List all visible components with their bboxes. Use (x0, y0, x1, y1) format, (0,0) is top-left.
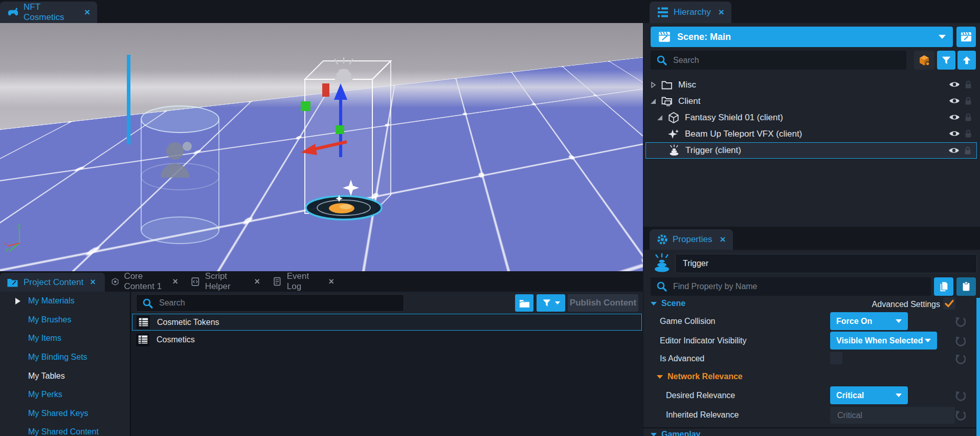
reset-icon[interactable] (954, 390, 966, 401)
list-item-cosmetic-tokens[interactable]: Cosmetic Tokens (132, 314, 642, 331)
import-content-button[interactable] (957, 51, 976, 70)
section-gameplay[interactable]: Gameplay (651, 430, 700, 436)
check-icon (943, 297, 955, 310)
lock-icon[interactable] (962, 145, 973, 157)
scene-selector-dropdown[interactable]: Scene: Main (651, 27, 953, 47)
lock-icon[interactable] (963, 96, 974, 107)
reset-icon[interactable] (954, 409, 966, 421)
client-context-icon (661, 95, 673, 107)
section-label: Scene (661, 299, 685, 308)
content-search (136, 294, 404, 312)
orange-cube-icon (918, 54, 930, 67)
visibility-eye-icon[interactable] (948, 96, 961, 106)
3d-viewport[interactable]: Z Y x (0, 23, 643, 271)
close-icon[interactable]: × (172, 276, 178, 287)
close-icon[interactable]: × (90, 277, 96, 288)
close-icon[interactable]: × (720, 234, 725, 245)
lock-icon[interactable] (963, 79, 974, 91)
tab-label: Core Content 1 (124, 271, 166, 292)
reset-icon[interactable] (954, 353, 966, 364)
visibility-eye-icon[interactable] (948, 112, 961, 122)
tab-label: Script Helper (205, 271, 248, 292)
tree-item-trigger[interactable]: Trigger (client) (645, 142, 977, 159)
sidebar-item-my-brushes[interactable]: My Brushes (0, 311, 130, 330)
sidebar-item-label: My Binding Sets (28, 353, 87, 362)
lock-icon[interactable] (963, 112, 974, 123)
tree-item-beam-up-vfx[interactable]: Beam Up Teleport VFX (client) (645, 126, 977, 142)
property-search-input[interactable] (651, 277, 931, 296)
sidebar-item-my-perks[interactable]: My Perks (0, 385, 130, 404)
sidebar-item-my-tables[interactable]: My Tables (0, 366, 130, 385)
tab-hierarchy[interactable]: Hierarchy × (650, 2, 731, 23)
section-scene[interactable]: Scene (651, 299, 685, 308)
sidebar-item-my-items[interactable]: My Items (0, 329, 130, 348)
tab-project-content[interactable]: Project Content × (0, 273, 105, 292)
lock-icon[interactable] (963, 128, 974, 140)
trigger-type-icon (652, 253, 672, 273)
new-folder-button[interactable] (515, 294, 533, 312)
tab-event-log[interactable]: Event Log × (266, 271, 340, 292)
expander-expanded-icon[interactable] (656, 114, 663, 121)
sidebar-item-my-shared-keys[interactable]: My Shared Keys (0, 404, 130, 423)
section-label: Gameplay (661, 430, 700, 436)
copy-properties-button[interactable] (934, 277, 953, 296)
section-collapse-icon[interactable] (657, 375, 663, 379)
expander-expanded-icon[interactable] (650, 98, 657, 105)
tab-core-content[interactable]: Core Content 1 × (105, 271, 184, 292)
core-content-icon (111, 276, 119, 288)
sidebar-scrollbar[interactable] (127, 55, 130, 144)
tab-nft-cosmetics[interactable]: NFT Cosmetics × (0, 2, 97, 23)
property-label: Game Collision (660, 317, 715, 326)
paste-properties-button[interactable] (956, 277, 976, 296)
reset-icon[interactable] (954, 335, 966, 346)
property-label: Desired Relevance (666, 391, 735, 400)
visibility-eye-icon[interactable] (948, 79, 961, 90)
player-icon (161, 142, 192, 178)
right-dock: Hierarchy × Scene: Main (643, 0, 980, 436)
hierarchy-filter-button[interactable] (937, 51, 955, 70)
list-item-cosmetics[interactable]: Cosmetics (132, 331, 642, 348)
tree-item-misc[interactable]: Misc (645, 77, 977, 93)
publish-content-button[interactable]: Publish Content (568, 294, 638, 312)
reset-icon[interactable] (954, 316, 966, 327)
section-collapse-icon[interactable] (651, 302, 657, 306)
advanced-settings-checkbox[interactable] (943, 297, 955, 310)
hierarchy-search-input[interactable] (651, 51, 906, 70)
axis-gizmo: Z Y x (4, 224, 40, 259)
close-icon[interactable]: × (719, 7, 724, 18)
content-filter-button[interactable] (537, 294, 565, 312)
tab-properties[interactable]: Properties × (650, 229, 733, 250)
list-item-label: Cosmetic Tokens (157, 318, 219, 327)
vfx-sparkle-icon (667, 128, 680, 140)
field-value: Critical (837, 411, 862, 420)
sidebar-item-my-shared-content[interactable]: My Shared Content (0, 423, 130, 436)
property-search (651, 277, 931, 296)
close-icon[interactable]: × (254, 276, 260, 287)
content-browser: Publish Content Cosmetic Tokens Cosmetic… (131, 292, 643, 436)
tree-item-fantasy-shield[interactable]: Fantasy Shield 01 (client) (645, 110, 977, 126)
chevron-down-icon (925, 339, 931, 342)
object-name-field[interactable] (675, 254, 977, 273)
content-search-input[interactable] (137, 295, 404, 311)
tab-script-helper[interactable]: Script Helper × (184, 271, 266, 292)
sidebar-item-my-binding-sets[interactable]: My Binding Sets (0, 348, 130, 367)
section-network-relevance[interactable]: Network Relevance (657, 372, 743, 381)
section-collapse-icon[interactable] (651, 433, 657, 436)
desired-relevance-dropdown[interactable]: Critical (830, 386, 908, 404)
close-icon[interactable]: × (328, 276, 334, 287)
visibility-eye-icon[interactable] (948, 145, 960, 156)
is-advanced-checkbox[interactable] (830, 352, 842, 364)
asset-mode-button[interactable] (914, 51, 934, 70)
expander-icon[interactable] (14, 297, 21, 305)
new-scene-button[interactable] (956, 27, 976, 47)
axis-x-label: x (4, 241, 7, 246)
game-collision-dropdown[interactable]: Force On (830, 312, 908, 330)
close-icon[interactable]: × (84, 7, 90, 18)
publish-content-label: Publish Content (570, 298, 636, 308)
tree-item-client[interactable]: Client (645, 93, 977, 110)
properties-scrollbar[interactable] (976, 298, 980, 436)
expander-collapsed-icon[interactable] (650, 81, 657, 89)
sidebar-item-my-materials[interactable]: My Materials (0, 292, 130, 311)
editor-indicator-visibility-dropdown[interactable]: Visible When Selected (830, 332, 937, 350)
visibility-eye-icon[interactable] (948, 128, 961, 139)
